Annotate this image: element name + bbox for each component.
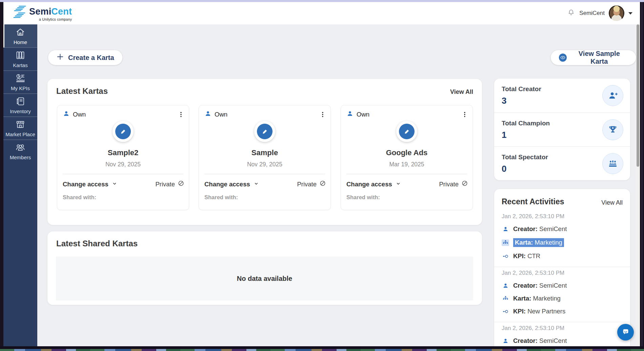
chevron-down-icon	[112, 181, 117, 188]
header-user-name: SemiCent	[579, 10, 605, 17]
no-data-message: No data available	[237, 275, 292, 283]
shared-with-label: Shared with:	[63, 194, 96, 201]
activity-kpi-row: KPI: CTR	[502, 252, 623, 260]
sidebar-item-kartas[interactable]: Kartas	[3, 47, 37, 70]
stat-value: 1	[502, 130, 506, 140]
karta-date: Nov 29, 2025	[57, 161, 189, 168]
activity-timestamp: Jan 2, 2026, 2:53:10 PM	[502, 325, 623, 332]
karta-card-sample[interactable]: Own Sample Nov 29, 2	[199, 105, 331, 210]
pencil-icon	[399, 124, 415, 139]
karta-card-sample2[interactable]: Own Sample2 Nov 29,	[57, 105, 189, 210]
sidebar-item-my-kpis[interactable]: My KPIs	[3, 70, 37, 94]
desktop-wallpaper-strip	[0, 349, 644, 351]
home-icon	[15, 27, 25, 37]
inventory-icon	[15, 96, 25, 106]
chat-launcher-button[interactable]	[617, 324, 634, 340]
recent-activities-card: Recent Activities View All Jan 2, 2026, …	[494, 189, 630, 346]
sidebar-item-home[interactable]: Home	[3, 24, 37, 47]
latest-kartas-section: Latest Kartas View All Own	[47, 79, 482, 225]
app-window: SemiCent a Unilytics company SemiCent	[3, 2, 640, 346]
kpi-link-icon	[502, 308, 509, 315]
highlighted-karta-text: Karta: Marketing	[513, 238, 564, 247]
logo-tagline: a Unilytics company	[39, 17, 72, 21]
chevron-down-icon	[254, 181, 259, 188]
market-place-icon	[15, 119, 25, 129]
main-content: Create a Karta View Sample Karta Latest …	[37, 24, 636, 346]
my-kpis-icon	[15, 73, 25, 83]
stat-total-champion: Total Champion 1	[494, 112, 630, 146]
logo-wordmark: SemiCent	[29, 7, 72, 16]
eye-icon	[559, 54, 567, 62]
owner-label: Own	[73, 111, 86, 118]
vertical-scrollbar	[636, 24, 640, 346]
app-header: SemiCent a Unilytics company SemiCent	[3, 2, 640, 24]
empty-state-panel: No data available	[56, 256, 473, 301]
totals-stats-card: Total Creator 3 Total Champion 1	[494, 79, 630, 180]
sidebar-item-label: Members	[10, 154, 31, 160]
sidebar-item-market-place[interactable]: Market Place	[3, 117, 37, 140]
activity-timestamp: Jan 2, 2026, 2:53:10 PM	[502, 213, 623, 220]
activity-creator-row: Creator: SemiCent	[502, 337, 623, 345]
activity-kpi-row: KPI: New Partners	[502, 308, 623, 315]
sidebar: Home Kartas	[3, 24, 37, 346]
no-entry-icon	[178, 180, 184, 188]
stat-total-spectator: Total Spectator 0	[494, 146, 630, 180]
recent-activities-view-all-link[interactable]: View All	[601, 199, 623, 206]
sidebar-item-members[interactable]: Members	[3, 140, 37, 163]
sidebar-item-label: Inventory	[10, 108, 31, 114]
sidebar-item-label: Market Place	[5, 131, 35, 137]
notification-bell-icon[interactable]	[567, 8, 575, 18]
karta-hierarchy-icon	[502, 295, 509, 302]
karta-title: Google Ads	[341, 148, 472, 157]
sidebar-item-label: My KPIs	[11, 85, 30, 91]
view-sample-karta-button[interactable]: View Sample Karta	[551, 50, 636, 65]
profile-caret-down-icon[interactable]	[628, 12, 632, 15]
activity-entry: Jan 2, 2026, 2:53:10 PM Creator: SemiCen…	[494, 210, 630, 267]
kebab-menu-icon[interactable]	[177, 110, 185, 119]
pencil-icon	[257, 124, 273, 139]
sidebar-item-label: Home	[14, 39, 27, 45]
sidebar-item-inventory[interactable]: Inventory	[3, 94, 37, 117]
chevron-down-icon	[396, 181, 401, 188]
window-bottom-edge	[0, 346, 644, 349]
change-access-button[interactable]: Change access	[204, 181, 259, 188]
owner-person-icon	[346, 110, 354, 119]
edit-karta-button[interactable]	[254, 121, 275, 142]
divider	[346, 174, 467, 174]
shared-with-label: Shared with:	[204, 194, 238, 201]
privacy-status: Private	[297, 180, 326, 188]
change-access-button[interactable]: Change access	[63, 181, 117, 188]
create-karta-button[interactable]: Create a Karta	[48, 50, 122, 65]
latest-kartas-view-all-link[interactable]: View All	[450, 88, 473, 96]
avatar[interactable]	[609, 5, 624, 21]
activity-creator-row: Creator: SemiCent	[502, 225, 623, 233]
creator-person-icon	[502, 283, 509, 289]
owner-label: Own	[357, 111, 369, 118]
karta-title: Sample2	[57, 148, 189, 157]
karta-card-google-ads[interactable]: Own Google Ads Mar 1	[341, 105, 473, 210]
scrollbar-thumb[interactable]	[637, 24, 639, 167]
activity-entry: Jan 2, 2026, 2:53:10 PM Creator: SemiCen…	[494, 322, 630, 346]
no-entry-icon	[461, 180, 468, 188]
divider	[204, 174, 325, 174]
kebab-menu-icon[interactable]	[460, 110, 469, 119]
pencil-icon	[115, 124, 131, 139]
change-access-button[interactable]: Change access	[346, 181, 401, 188]
semicent-logo-icon	[11, 5, 26, 21]
kebab-menu-icon[interactable]	[318, 110, 327, 119]
privacy-status: Private	[155, 180, 184, 188]
karta-date: Nov 29, 2025	[199, 161, 330, 168]
person-plus-icon	[602, 85, 623, 106]
owner-label: Own	[215, 111, 227, 118]
latest-shared-kartas-title: Latest Shared Kartas	[56, 239, 138, 248]
karta-hierarchy-icon	[502, 240, 509, 246]
chat-bubble-icon	[622, 328, 630, 337]
karta-date: Mar 19, 2025	[341, 161, 472, 168]
activity-karta-row: Karta: Marketing	[502, 295, 623, 302]
audience-icon	[602, 153, 623, 174]
edit-karta-button[interactable]	[396, 121, 417, 142]
creator-person-icon	[502, 226, 509, 232]
kartas-icon	[15, 50, 25, 60]
edit-karta-button[interactable]	[113, 121, 134, 142]
owner-person-icon	[204, 110, 212, 119]
